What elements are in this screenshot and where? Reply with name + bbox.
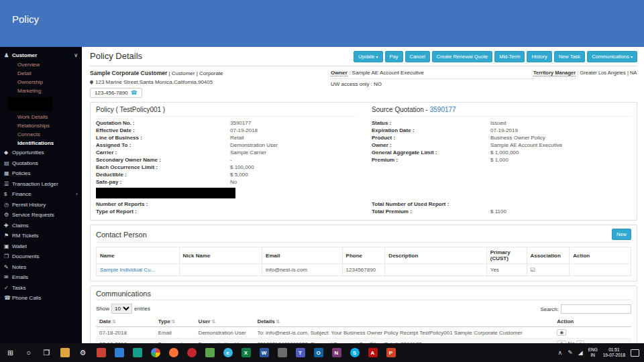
communications-button[interactable]: Communications▾	[587, 51, 637, 62]
clock[interactable]: 01:51 19-07-2018	[603, 347, 625, 358]
pen-icon[interactable]: ✎	[568, 349, 573, 356]
field-row: Product :Business Owner Policy	[372, 134, 631, 141]
taskbar-icon-firefox[interactable]	[164, 343, 182, 362]
sidebar-item-rm-tickets[interactable]: ⚑ RM Tickets	[0, 231, 82, 241]
column-header: Name	[97, 247, 180, 264]
gear-icon: ⚙	[4, 212, 12, 218]
sidebar-item-claims[interactable]: ✚ Claims	[0, 221, 82, 231]
network-icon[interactable]: ◢	[578, 349, 583, 356]
create-renewal-quote-button[interactable]: Create Renewal Quote	[432, 51, 492, 62]
field-row: Safe-pay :No	[96, 178, 356, 186]
sidebar-item-label: Phone Calls	[12, 295, 78, 301]
view-icon[interactable]: ◉	[557, 329, 566, 336]
taskbar-icon-file-explorer[interactable]	[56, 343, 74, 362]
sidebar-item-phone-calls[interactable]: ☎ Phone Calls	[0, 293, 82, 304]
language-code: ENG	[588, 347, 598, 353]
new-contact-button[interactable]: New	[612, 229, 631, 240]
cancel-button[interactable]: Cancel	[405, 51, 430, 62]
table-row: Sample Individual Cu... info@nest-is.com…	[97, 264, 631, 276]
sidebar-item-connects[interactable]: Connects	[0, 130, 82, 139]
sidebar-item-relationships[interactable]: Relationships	[0, 121, 82, 130]
update-button[interactable]: Update▾	[354, 51, 382, 62]
taskbar-icon-acrobat[interactable]: A	[364, 343, 382, 362]
sidebar-item-opportunities[interactable]: ◆ Opportunities	[0, 147, 82, 158]
taskbar-icon-search[interactable]: ○	[19, 343, 38, 362]
sidebar-item-work-details[interactable]: Work Details	[0, 113, 82, 121]
sidebar-item-ownership[interactable]: Ownership	[0, 78, 82, 86]
taskbar-icon-word[interactable]: W	[255, 343, 273, 362]
start-button[interactable]: ⊞	[1, 343, 19, 362]
taskbar-icon-edge[interactable]: e	[219, 343, 237, 362]
sidebar-item-overview[interactable]: Overview	[0, 60, 82, 69]
source-quotation-link[interactable]: 3590177	[430, 106, 456, 113]
history-button[interactable]: History	[527, 51, 551, 62]
taskbar-icon-app-blue[interactable]	[110, 343, 128, 362]
field-value: -	[230, 156, 232, 164]
taskbar-icon-app-teal[interactable]	[128, 343, 146, 362]
sidebar-item-label: Quotations	[12, 160, 78, 166]
taskbar-icon-app-gray[interactable]	[273, 343, 291, 362]
column-header-sortable[interactable]: User⇅	[195, 316, 254, 327]
page-size-select[interactable]: 10	[111, 304, 132, 314]
sidebar-item-finance[interactable]: $ Finance ‹	[0, 189, 82, 200]
opportunities-icon: ◆	[4, 149, 12, 156]
column-header-sortable[interactable]: Type⇅	[155, 316, 195, 327]
taskbar-icon-powerpoint[interactable]: P	[382, 343, 400, 362]
taskbar-icon-excel[interactable]: X	[237, 343, 255, 362]
taskbar-icon-skype[interactable]: S	[345, 343, 364, 362]
sidebar-item-emails[interactable]: ✉ Emails	[0, 272, 82, 283]
column-header-sortable[interactable]: Details⇅	[254, 316, 553, 327]
sidebar-item-tasks[interactable]: ✓ Tasks	[0, 283, 82, 294]
task-view-icon: ❐	[44, 349, 50, 357]
taskbar-icon-teams[interactable]: T	[291, 343, 309, 362]
sidebar-item-marketing[interactable]: Marketing	[0, 86, 82, 95]
new-task-button[interactable]: New Task	[554, 51, 585, 62]
taskbar-icon-task-view[interactable]: ❐	[38, 343, 56, 362]
show-label: Show	[96, 306, 109, 312]
comm-details-cell: To: info@nest-is.com, Subject: Your Busi…	[254, 327, 553, 339]
taskbar-icon-settings[interactable]: ⚙	[74, 343, 92, 362]
taskbar-icon-outlook[interactable]: O	[309, 343, 327, 362]
sidebar-item-customer[interactable]: ♟ Customer ∨	[0, 50, 82, 60]
source-quotation-title: Source Quotation - 3590177	[372, 106, 631, 117]
sidebar-item-quotations[interactable]: ▤ Quotations	[0, 158, 82, 169]
app-icon	[97, 348, 106, 357]
search-icon: ○	[26, 349, 31, 357]
column-header-sortable[interactable]: Date⇅	[96, 316, 155, 327]
customer-phone-box[interactable]: 123-456-7890☎	[90, 88, 142, 98]
action-center-icon[interactable]	[631, 349, 639, 357]
association-checkbox[interactable]: ☑	[531, 267, 535, 273]
contact-name-link[interactable]: Sample Individual Cu...	[100, 267, 155, 273]
taskbar-icon-onenote[interactable]: N	[327, 343, 345, 362]
taskbar-icon-opera[interactable]	[182, 343, 201, 362]
field-row: Expiration Date :07-19-2019	[372, 127, 631, 134]
comm-type-cell: Email	[155, 327, 195, 339]
hidden-icons-chevron[interactable]: ∧	[558, 349, 563, 356]
quotations-icon: ▤	[4, 160, 12, 166]
sidebar-item-transaction-ledger[interactable]: ☰ Transaction Ledger	[0, 179, 82, 190]
sidebar-item-detail[interactable]: Detail	[0, 69, 82, 78]
sidebar-item-identifications[interactable]: Identifications	[0, 139, 82, 147]
sidebar-item-policies[interactable]: ▦ Policies	[0, 168, 82, 179]
search-input[interactable]	[561, 304, 631, 314]
sidebar-item-documents[interactable]: ❐ Documents	[0, 251, 82, 262]
sidebar-item-permit-history[interactable]: ◷ Permit History	[0, 200, 82, 210]
pay-button[interactable]: Pay	[385, 51, 403, 62]
field-value: 07-19-2018	[230, 127, 258, 134]
ticket-icon: ⚑	[4, 233, 12, 239]
sidebar-item-service-requests[interactable]: ⚙ Service Requests	[0, 210, 82, 221]
search-control: Search:	[540, 304, 631, 314]
divider	[90, 66, 637, 66]
word-icon: W	[260, 348, 269, 357]
envelope-icon: ✉	[4, 274, 12, 280]
mid-term-button[interactable]: Mid-Term	[494, 51, 525, 62]
taskbar-icon-app-green[interactable]	[201, 343, 219, 362]
taskbar-icon-chrome[interactable]	[146, 343, 164, 362]
sidebar-item-wallet[interactable]: ▣ Wallet	[0, 241, 82, 252]
button-label: Mid-Term	[499, 54, 520, 60]
taskbar-icon-app-red[interactable]	[92, 343, 110, 362]
button-label: Update	[358, 54, 374, 60]
sidebar-item-notes[interactable]: ✎ Notes	[0, 262, 82, 273]
sidebar-item-label: Documents	[12, 253, 78, 259]
language-indicator[interactable]: ENG IN	[588, 347, 598, 358]
